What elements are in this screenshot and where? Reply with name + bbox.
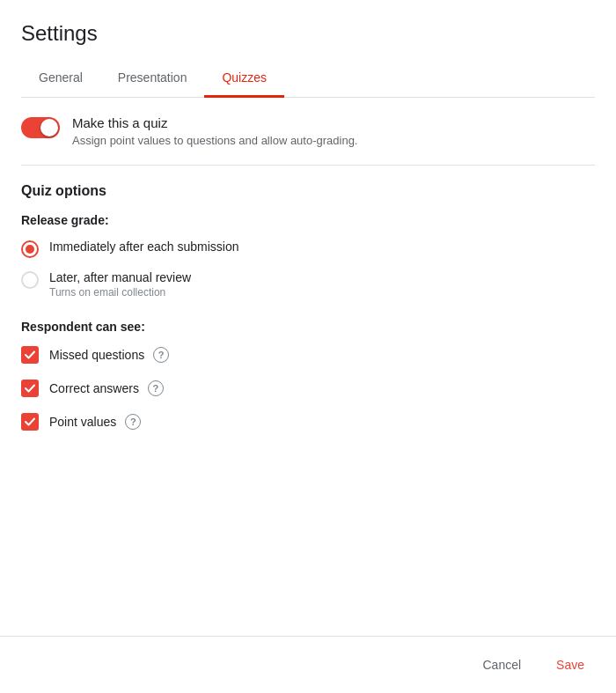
check-icon-points [24, 416, 36, 428]
radio-later-text: Later, after manual review Turns on emai… [49, 270, 191, 299]
quiz-options-title: Quiz options [21, 183, 595, 199]
radio-later-sublabel: Turns on email collection [49, 286, 191, 299]
checkbox-correct-answers[interactable]: Correct answers ? [21, 380, 595, 397]
correct-answers-row: Correct answers ? [49, 380, 164, 396]
point-values-row: Point values ? [49, 414, 141, 430]
footer: Cancel Save [0, 636, 616, 693]
point-values-checkbox[interactable] [21, 413, 39, 431]
toggle-label: Make this a quiz [72, 115, 358, 130]
radio-immediate-button[interactable] [21, 240, 39, 258]
tabs: General Presentation Quizzes [21, 60, 595, 98]
radio-immediate-label: Immediately after each submission [49, 240, 239, 254]
page-container: Settings General Presentation Quizzes Ma… [0, 0, 616, 693]
header: Settings General Presentation Quizzes [0, 0, 616, 98]
radio-immediate-text: Immediately after each submission [49, 240, 239, 254]
check-icon-missed [24, 349, 36, 361]
missed-questions-label: Missed questions [49, 348, 144, 362]
point-values-help-icon[interactable]: ? [125, 414, 141, 430]
release-grade-label: Release grade: [21, 213, 595, 227]
radio-later-label: Later, after manual review [49, 270, 191, 284]
radio-later[interactable]: Later, after manual review Turns on emai… [21, 270, 595, 299]
radio-immediate[interactable]: Immediately after each submission [21, 240, 595, 258]
point-values-label: Point values [49, 415, 116, 429]
quiz-options: Quiz options Release grade: Immediately … [21, 183, 595, 431]
release-grade-section: Release grade: Immediately after each su… [21, 213, 595, 299]
toggle-track [21, 117, 60, 138]
correct-answers-checkbox[interactable] [21, 380, 39, 397]
toggle-description: Assign point values to questions and all… [72, 134, 358, 147]
tab-general[interactable]: General [21, 60, 100, 98]
missed-questions-help-icon[interactable]: ? [153, 347, 169, 363]
missed-questions-row: Missed questions ? [49, 347, 169, 363]
correct-answers-help-icon[interactable]: ? [148, 380, 164, 396]
radio-later-button[interactable] [21, 271, 39, 289]
respondent-label: Respondent can see: [21, 320, 595, 334]
toggle-wrapper[interactable] [21, 117, 60, 142]
correct-answers-label: Correct answers [49, 381, 139, 395]
checkbox-point-values[interactable]: Point values ? [21, 413, 595, 431]
toggle-thumb [40, 119, 58, 136]
content: Make this a quiz Assign point values to … [0, 98, 616, 636]
check-icon-correct [24, 382, 36, 394]
cancel-button[interactable]: Cancel [472, 651, 532, 679]
tab-presentation[interactable]: Presentation [100, 60, 205, 98]
toggle-text: Make this a quiz Assign point values to … [72, 115, 358, 147]
page-title: Settings [21, 21, 595, 46]
missed-questions-checkbox[interactable] [21, 346, 39, 364]
tab-quizzes[interactable]: Quizzes [204, 60, 284, 98]
respondent-section: Respondent can see: Missed questions ? [21, 320, 595, 431]
quiz-toggle[interactable] [21, 117, 60, 138]
checkbox-missed-questions[interactable]: Missed questions ? [21, 346, 595, 364]
quiz-toggle-section: Make this a quiz Assign point values to … [21, 115, 595, 166]
save-button[interactable]: Save [546, 651, 595, 679]
